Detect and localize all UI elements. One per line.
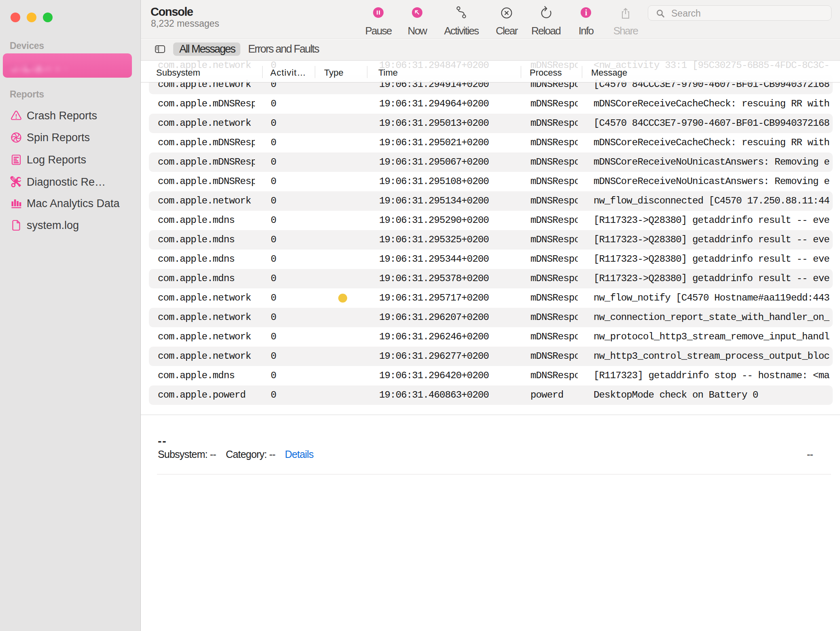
svg-text:i: i [585, 8, 588, 17]
